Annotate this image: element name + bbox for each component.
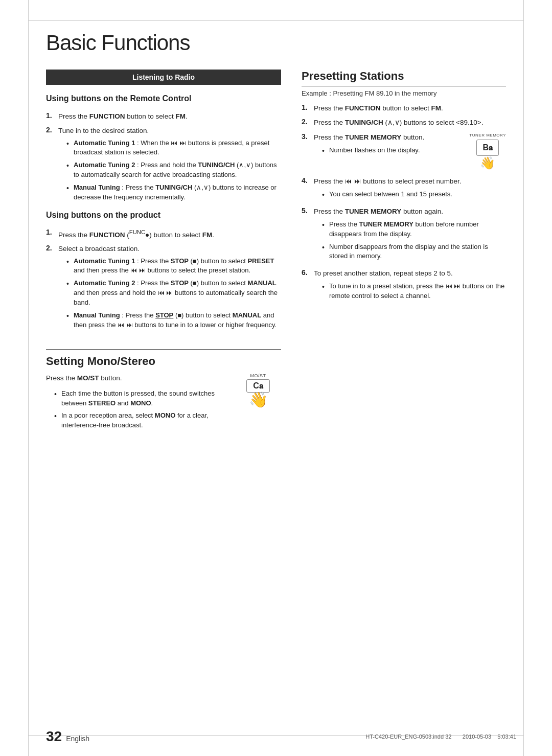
product-bullet-auto-1: Automatic Tuning 1 : Press the STOP (■) … — [66, 257, 281, 276]
step-5-bullet-2: Number disappears from the display and t… — [322, 242, 506, 262]
file-time: 5:03:41 — [497, 734, 516, 740]
presetting-step-5: 5. Press the TUNER MEMORY button again. … — [302, 207, 506, 265]
step-4-bullet: You can select between 1 and 15 presets. — [322, 190, 506, 199]
file-info: HT-C420-EUR_ENG-0503.indd 32 2010-05-03 … — [365, 734, 516, 740]
bullet-auto-2: Automatic Tuning 2 : Press and hold the … — [66, 161, 281, 180]
margin-line-right — [523, 0, 524, 756]
step-num: 1. — [302, 103, 311, 113]
step-num: 2. — [302, 118, 311, 128]
content-columns: Listening to Radio Using buttons on the … — [46, 70, 516, 433]
setting-heading: Setting Mono/Stereo — [46, 355, 281, 368]
step-2-text: Tune in to the desired station. Automati… — [58, 126, 281, 205]
bullet-manual: Manual Tuning : Press the TUNING/CH (∧,∨… — [66, 183, 281, 202]
presetting-steps-list: 1. Press the FUNCTION button to select F… — [302, 103, 506, 304]
setting-mono-stereo-section: Setting Mono/Stereo Press the MO/ST butt… — [46, 349, 281, 433]
file-name: HT-C420-EUR_ENG-0503.indd 32 — [365, 734, 451, 740]
step-6-bullet: To tune in to a preset station, press th… — [322, 282, 506, 301]
presetting-step-6: 6. To preset another station, repeat ste… — [302, 268, 506, 304]
presetting-step-5-text: Press the TUNER MEMORY button again. Pre… — [314, 207, 506, 265]
margin-line-top — [28, 20, 524, 21]
file-date: 2010-05-03 — [463, 734, 491, 740]
product-step-2-text: Select a broadcast station. Automatic Tu… — [58, 244, 281, 333]
step-num: 6. — [302, 268, 311, 304]
right-column: Presetting Stations Example : Presetting… — [302, 70, 506, 433]
step-num: 2. — [46, 126, 55, 205]
product-heading: Using buttons on the product — [46, 211, 281, 222]
presetting-step-1-text: Press the FUNCTION button to select FM. — [314, 103, 506, 113]
step-4-bullets: You can select between 1 and 15 presets. — [314, 190, 506, 199]
left-column: Listening to Radio Using buttons on the … — [46, 70, 281, 433]
presetting-step-1: 1. Press the FUNCTION button to select F… — [302, 103, 506, 113]
setting-intro: Press the MO/ST button. — [46, 373, 220, 383]
step-num: 1. — [46, 111, 55, 122]
step-num: 1. — [46, 228, 55, 240]
presetting-step-4-text: Press the ⏮ ⏭ buttons to select preset n… — [314, 176, 506, 202]
page-number-area: 32 English — [46, 728, 89, 745]
presetting-step-6-text: To preset another station, repeat steps … — [314, 268, 506, 304]
most-illustration: MO/ST C𝐚 👋 — [235, 373, 281, 408]
setting-content: Press the MO/ST button. Each time the bu… — [46, 373, 281, 433]
presetting-step-3: 3. Press the TUNER MEMORY button. Number… — [302, 132, 506, 172]
remote-control-heading: Using buttons on the Remote Control — [46, 94, 281, 105]
example-text: Example : Presetting FM 89.10 in the mem… — [302, 89, 506, 97]
product-bullet-manual: Manual Tuning : Press the STOP (■) butto… — [66, 311, 281, 330]
tuner-mem-label: TUNER MEMORY — [469, 132, 506, 139]
product-step-1-text: Press the FUNCTION (FUNC●) button to sel… — [58, 228, 281, 240]
section-bar-listening: Listening to Radio — [46, 70, 281, 85]
remote-step-2: 2. Tune in to the desired station. Autom… — [46, 126, 281, 205]
step-num: 4. — [302, 176, 311, 202]
remote-step-1: 1. Press the FUNCTION button to select F… — [46, 111, 281, 122]
presetting-step-2-text: Press the TUNING/CH (∧,∨) buttons to sel… — [314, 118, 506, 128]
presetting-heading: Presetting Stations — [302, 70, 506, 86]
margin-line-left — [28, 0, 29, 756]
setting-text: Press the MO/ST button. Each time the bu… — [46, 373, 220, 433]
step-3-bullet: Number flashes on the display. — [322, 146, 463, 155]
product-bullet-auto-2: Automatic Tuning 2 : Press the STOP (■) … — [66, 279, 281, 308]
step-num: 5. — [302, 207, 311, 265]
most-label: MO/ST — [250, 373, 266, 378]
presetting-step-3-text: Press the TUNER MEMORY button. Number fl… — [314, 132, 506, 172]
most-hand-icon: 👋 — [249, 391, 268, 408]
product-bullets: Automatic Tuning 1 : Press the STOP (■) … — [58, 257, 281, 330]
page-number: 32 — [46, 728, 62, 745]
footer: 32 English HT-C420-EUR_ENG-0503.indd 32 … — [46, 728, 516, 745]
step-5-bullet-1: Press the TUNER MEMORY button before num… — [322, 220, 506, 239]
remote-steps-list: 1. Press the FUNCTION button to select F… — [46, 111, 281, 205]
step-1-text: Press the FUNCTION button to select FM. — [58, 111, 281, 122]
setting-bullet-2: In a poor reception area, select MONO fo… — [54, 411, 220, 430]
lang-label: English — [66, 735, 89, 743]
step-3-content: Press the TUNER MEMORY button. Number fl… — [314, 132, 463, 158]
product-steps-list: 1. Press the FUNCTION (FUNC●) button to … — [46, 228, 281, 333]
step-5-bullets: Press the TUNER MEMORY button before num… — [314, 220, 506, 261]
step-3-bullets: Number flashes on the display. — [314, 146, 463, 155]
setting-bullet-1: Each time the button is pressed, the sou… — [54, 389, 220, 408]
step-num: 3. — [302, 132, 311, 172]
page-title: Basic Functions — [46, 31, 516, 55]
tuner-mem-hand-icon: 👋 — [480, 154, 495, 172]
step-num: 2. — [46, 244, 55, 333]
presetting-step-4: 4. Press the ⏮ ⏭ buttons to select prese… — [302, 176, 506, 202]
bullet-auto-1: Automatic Tuning 1 : When the ⏮ ⏭ button… — [66, 139, 281, 158]
remote-bullets: Automatic Tuning 1 : When the ⏮ ⏭ button… — [58, 139, 281, 202]
step-6-bullets: To tune in to a preset station, press th… — [314, 282, 506, 301]
product-step-1: 1. Press the FUNCTION (FUNC●) button to … — [46, 228, 281, 240]
tuner-memory-illustration: TUNER MEMORY B𝐚 👋 — [469, 132, 506, 172]
product-step-2: 2. Select a broadcast station. Automatic… — [46, 244, 281, 333]
setting-bullets: Each time the button is pressed, the sou… — [46, 389, 220, 430]
presetting-step-2: 2. Press the TUNING/CH (∧,∨) buttons to … — [302, 118, 506, 128]
page: Basic Functions Listening to Radio Using… — [0, 0, 552, 756]
